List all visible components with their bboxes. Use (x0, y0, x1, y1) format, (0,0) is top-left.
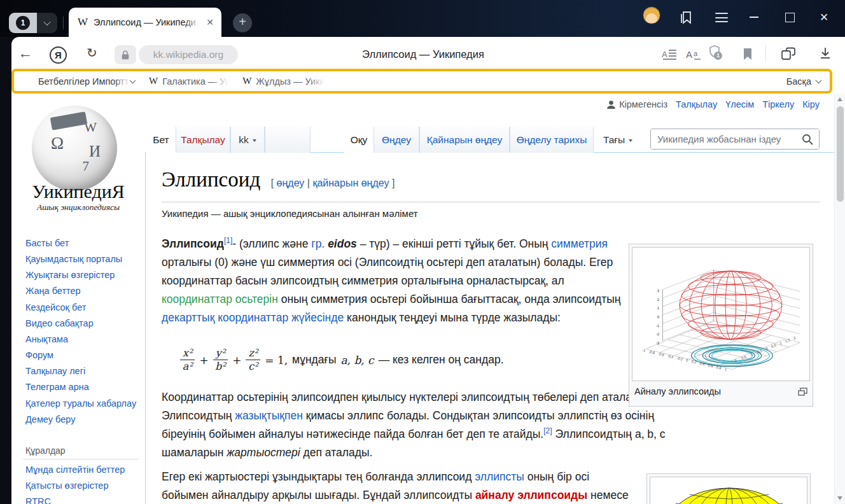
tab-history[interactable]: Өңделу тарихы (510, 127, 594, 153)
tab-read-label: Оқу (351, 134, 368, 146)
user-link[interactable]: Кіру (802, 99, 820, 109)
bookmarks-import-button[interactable]: Бетбелгілер Импортт (38, 76, 135, 87)
sidebar-tool-link[interactable]: Мұнда сілтейтін беттер (25, 463, 137, 477)
svg-text:a: a (694, 50, 698, 57)
protect-shield-button[interactable]: 1 (708, 45, 722, 61)
address-bar[interactable]: kk.wikipedia.org (139, 45, 238, 64)
sidebar-link[interactable]: Телеграм арна (25, 381, 137, 394)
tab-edit-source-label: Қайнарын өңдеу (427, 134, 503, 146)
bookmark-page-icon[interactable] (742, 47, 753, 61)
tab-empty (265, 127, 311, 153)
ellipsoid-plot-image[interactable]: 3210-1-2-3 -1-0.8-0.6-0.4-0.200.20.40.60… (632, 247, 810, 381)
sidebar-link[interactable]: Жуықтағы өзгерістер (25, 269, 137, 282)
z-axis-ticks: 3210-1-2-3 (649, 289, 659, 345)
edit-source-link[interactable]: қайнарын өңдеу (312, 178, 389, 188)
profile-avatar[interactable] (643, 6, 660, 24)
tick-label: 0 (765, 347, 769, 351)
link-ellipse[interactable]: эллипсты (475, 470, 524, 483)
reference-1-link[interactable]: [1] (224, 236, 232, 245)
scrollbar-thumb[interactable] (837, 106, 844, 202)
yellow-ellipsoid-image[interactable] (650, 477, 807, 504)
tab-group-counter[interactable]: 1 (9, 13, 57, 33)
formula-variables: a, b, c (340, 354, 374, 367)
search-icon[interactable] (801, 133, 814, 146)
bookmarks-bar: Бетбелгілер Импортт W Галактика — Уики W… (11, 69, 832, 94)
reload-button[interactable]: ↻ (87, 45, 97, 60)
link-cartesian[interactable]: декарттық координаттар жүйесінде (162, 311, 344, 324)
denominator: b² (215, 360, 226, 372)
user-link[interactable]: Тіркелу (762, 99, 794, 109)
window-close-button[interactable]: ✕ (820, 11, 828, 24)
bookmark-item-galaktika[interactable]: W Галактика — Уики (149, 76, 228, 87)
figure-rotation-ellipsoid[interactable]: 3210-1-2-3 -1-0.8-0.6-0.4-0.200.20.40.60… (629, 244, 813, 407)
bookmarks-more-button[interactable]: Басқа (786, 76, 821, 87)
tab-close-icon[interactable]: ✕ (206, 17, 214, 27)
window-maximize-button[interactable] (785, 13, 795, 22)
scroll-down-arrow[interactable] (837, 496, 842, 500)
translate-icon[interactable]: A a (686, 47, 702, 61)
tab-language-selector[interactable]: kk (230, 127, 265, 153)
collections-icon[interactable] (780, 46, 798, 62)
link-greek[interactable]: гр. (311, 237, 325, 250)
link-symmetry[interactable]: симметрия (551, 237, 608, 250)
bookmark-item-zhuldyz[interactable]: W Жұлдыз — Уикипе (242, 76, 325, 87)
article-title: Эллипсоид (162, 168, 260, 191)
site-security-lock[interactable] (115, 45, 136, 64)
title-rule (162, 202, 820, 202)
window-minimize-button[interactable] (750, 17, 758, 18)
sidebar-link[interactable]: Басты бет (25, 237, 137, 250)
content-left-border (145, 152, 146, 504)
wikipedia-globe-logo[interactable]: Ω W И 7 (32, 106, 117, 191)
bookmarks-import-label: Бетбелгілер Импортт (38, 76, 130, 87)
reference-2-link[interactable]: [2] (543, 426, 552, 435)
sidebar-tool-link[interactable]: RTRC (25, 495, 137, 504)
user-link[interactable]: Талқылау (676, 99, 717, 109)
chevron-down-icon (43, 18, 50, 25)
browser-tab-active[interactable]: W Эллипсоид — Уикипеди ✕ (69, 8, 221, 37)
sidebar-link[interactable]: Демеу беру (25, 413, 137, 426)
reader-mode-icon[interactable]: A (662, 47, 677, 61)
edit-link[interactable]: өңдеу (277, 178, 305, 188)
sidebar-link[interactable]: Анықтама (25, 333, 137, 346)
link-plane[interactable]: жазықтықпен (235, 409, 303, 422)
menu-hamburger-icon[interactable] (715, 13, 728, 25)
sidebar-tool-link[interactable]: Қатысты өзгерістер (25, 479, 137, 493)
user-link[interactable]: Үлесім (725, 99, 754, 109)
globe-letter: Ω (51, 134, 64, 153)
yandex-logo-icon[interactable]: Я (50, 46, 67, 64)
wiki-search-input[interactable] (651, 129, 819, 149)
page-scrollbar[interactable] (834, 94, 845, 504)
tab-talk[interactable]: Талқылау (176, 127, 230, 153)
redlink-rotation-ellipsoid[interactable]: айналу эллипсоиды (475, 489, 587, 501)
tab-edit[interactable]: Өңдеу (374, 127, 419, 153)
tab-page[interactable]: Бет (146, 127, 176, 153)
sidebar-link[interactable]: Жаңа беттер (25, 284, 137, 298)
sidebar-link[interactable]: Кездейсоқ бет (25, 301, 137, 314)
back-button[interactable]: ← (18, 45, 32, 62)
download-icon[interactable] (818, 46, 832, 61)
panels-bookmark-icon[interactable] (678, 9, 695, 25)
wikipedia-wordmark[interactable]: УикипедиЯ (11, 181, 145, 202)
tick-label: 0 (686, 358, 688, 363)
sidebar-link[interactable]: Қауымдастық порталы (25, 253, 137, 266)
link-coordinate-axes[interactable]: координаттар осьтерін (162, 293, 278, 305)
wikipedia-tagline: Ашық энциклопедиясы (11, 202, 145, 213)
new-tab-button[interactable]: + (233, 13, 252, 32)
sidebar-link[interactable]: Видео сабақтар (25, 317, 137, 330)
tab-group-dropdown[interactable] (37, 13, 57, 33)
tab-read[interactable]: Оқу (344, 127, 374, 153)
user-link-list: ТалқылауҮлесімТіркелуКіру (676, 99, 820, 109)
figure-yellow-ellipsoid[interactable] (646, 473, 811, 504)
yellow-ellipsoid-svg (650, 477, 807, 504)
paragraph-2: Координаттар осьтерінің элипсоидпен қиыл… (162, 388, 666, 462)
sidebar-link[interactable]: Форум (25, 349, 137, 362)
tab-edit-source[interactable]: Қайнарын өңдеу (419, 127, 510, 153)
sidebar-link[interactable]: Талқылау легі (25, 365, 137, 378)
sidebar-link[interactable]: Қателер туралы хабарлау (25, 397, 137, 410)
wikipedia-favicon: W (78, 16, 88, 29)
eidos-italic: eidos (328, 237, 357, 250)
enlarge-icon[interactable] (798, 388, 807, 396)
tab-more-menu[interactable]: Тағы (598, 127, 638, 153)
term-bold: Эллипсоид (162, 237, 224, 250)
scroll-up-arrow[interactable] (837, 97, 842, 101)
